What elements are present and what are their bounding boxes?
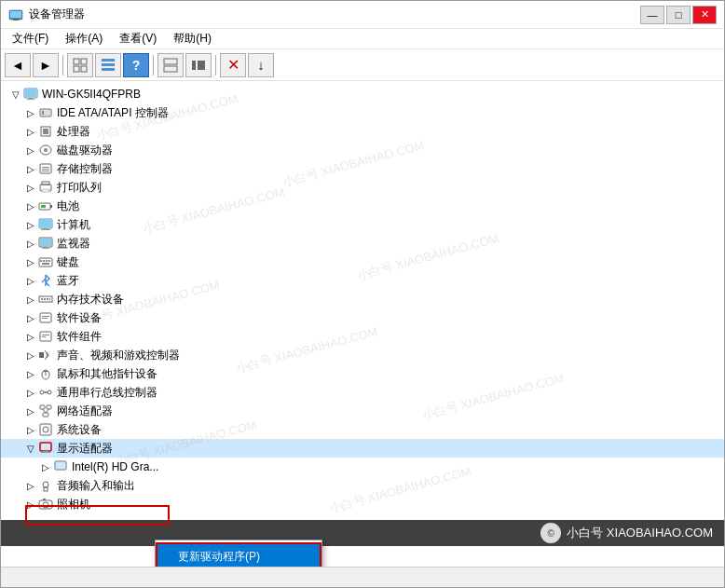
expand[interactable]: ▷ — [23, 348, 38, 362]
label: 音频输入和输出 — [57, 478, 135, 494]
expand[interactable]: ▷ — [23, 273, 38, 288]
svg-rect-49 — [48, 260, 50, 262]
svg-point-82 — [43, 482, 48, 487]
expand[interactable]: ▷ — [23, 366, 38, 381]
expand[interactable]: ▷ — [23, 198, 38, 213]
back-button[interactable]: ◄ — [5, 53, 31, 77]
toolbar: ◄ ► ? — [1, 49, 724, 81]
label: 处理器 — [57, 124, 90, 140]
label: IDE ATA/ATAPI 控制器 — [57, 105, 169, 121]
svg-rect-33 — [42, 189, 49, 192]
svg-rect-79 — [41, 452, 50, 453]
svg-rect-83 — [44, 487, 48, 491]
expand[interactable]: ▷ — [23, 236, 38, 251]
expand[interactable]: ▷ — [23, 292, 38, 307]
svg-rect-65 — [46, 371, 47, 376]
node-cpu[interactable]: ▷ 处理器 — [1, 122, 724, 141]
expand[interactable]: ▷ — [23, 143, 38, 157]
expand[interactable]: ▷ — [23, 422, 38, 437]
svg-rect-45 — [39, 258, 52, 267]
window-controls: — □ ✕ — [640, 6, 717, 24]
svg-rect-44 — [42, 248, 49, 249]
device-icon — [38, 180, 53, 195]
root-expand[interactable]: ▽ — [8, 87, 23, 102]
view-btn-1[interactable] — [157, 53, 184, 77]
svg-rect-1 — [10, 11, 21, 18]
node-intel-gpu[interactable]: ▷ Intel(R) HD Gra... — [1, 458, 724, 476]
expand[interactable]: ▷ — [23, 385, 38, 400]
node-monitor[interactable]: ▷ 监视器 — [1, 234, 724, 253]
svg-point-26 — [44, 148, 48, 152]
menu-action[interactable]: 操作(A) — [58, 29, 110, 48]
node-mouse[interactable]: ▷ 鼠标和其他指针设备 — [1, 364, 724, 383]
node-keyboard[interactable]: ▷ 键盘 — [1, 253, 724, 271]
node-network[interactable]: ▷ 网络适配器 — [1, 402, 724, 420]
expand[interactable]: ▽ — [23, 441, 38, 456]
remove-button[interactable]: ✕ — [220, 53, 246, 77]
help-button[interactable]: ? — [123, 53, 149, 77]
node-camera[interactable]: ▷ 照相机 — [1, 495, 724, 513]
node-ide[interactable]: ▷ IDE ATA/ATAPI 控制器 — [1, 103, 724, 122]
device-icon — [53, 459, 68, 474]
node-disk[interactable]: ▷ 磁盘驱动器 — [1, 141, 724, 159]
expand[interactable]: ▷ — [23, 217, 38, 232]
menu-file[interactable]: 文件(F) — [5, 29, 56, 48]
minimize-button[interactable]: — — [640, 6, 664, 24]
node-storage[interactable]: ▷ 存储控制器 — [1, 159, 724, 178]
node-bluetooth[interactable]: ▷ 蓝牙 — [1, 271, 724, 290]
node-battery[interactable]: ▷ 电池 — [1, 197, 724, 215]
menu-view[interactable]: 查看(V) — [112, 29, 164, 48]
node-memory[interactable]: ▷ 内存技术设备 — [1, 290, 724, 308]
node-system[interactable]: ▷ 系统设备 — [1, 420, 724, 439]
tree-root[interactable]: ▽ WIN-GK5II4QFPRB — [1, 85, 724, 103]
svg-rect-62 — [39, 352, 44, 358]
svg-rect-19 — [29, 98, 33, 99]
svg-rect-48 — [46, 260, 48, 262]
svg-rect-17 — [25, 89, 36, 97]
expand[interactable]: ▷ — [23, 497, 38, 512]
svg-rect-86 — [43, 499, 46, 500]
expand[interactable]: ▷ — [23, 124, 38, 139]
device-icon — [38, 105, 53, 120]
menu-help[interactable]: 帮助(H) — [166, 29, 219, 48]
node-sound[interactable]: ▷ 声音、视频和游戏控制器 — [1, 346, 724, 364]
node-audio[interactable]: ▷ 音频输入和输出 — [1, 476, 724, 495]
expand[interactable]: ▷ — [23, 105, 38, 120]
expand[interactable]: ▷ — [23, 180, 38, 195]
expand[interactable]: ▷ — [23, 403, 38, 418]
forward-button[interactable]: ► — [33, 53, 59, 77]
node-print[interactable]: ▷ 打印队列 — [1, 178, 724, 197]
svg-rect-55 — [49, 298, 50, 300]
device-tree[interactable]: 小白号 XIAOBAIHAO.COM 小白号 XIAOBAIHAO.COM 小白… — [1, 81, 724, 567]
node-com[interactable]: ▷ 通用串行总线控制器 — [1, 383, 724, 402]
expand[interactable]: ▷ — [23, 310, 38, 325]
expand[interactable]: ▷ — [23, 161, 38, 176]
label: 系统设备 — [57, 422, 102, 438]
ctx-update-driver[interactable]: 更新驱动程序(P) — [156, 542, 321, 567]
label: 打印队列 — [57, 180, 102, 196]
show-all-button[interactable] — [67, 53, 93, 77]
device-manager-window: 设备管理器 — □ ✕ 文件(F) 操作(A) 查看(V) 帮助(H) ◄ ► — [0, 0, 725, 588]
device-icon — [38, 124, 53, 139]
expand[interactable]: ▷ — [23, 478, 38, 493]
collapse-button[interactable] — [95, 53, 121, 77]
maximize-button[interactable]: □ — [666, 6, 691, 24]
node-computer[interactable]: ▷ 计算机 — [1, 215, 724, 234]
update-button[interactable]: ↓ — [248, 53, 274, 77]
node-softcomp[interactable]: ▷ 软件组件 — [1, 327, 724, 346]
expand[interactable]: ▷ — [38, 459, 53, 474]
menu-bar: 文件(F) 操作(A) 查看(V) 帮助(H) — [1, 29, 724, 49]
node-software[interactable]: ▷ 软件设备 — [1, 308, 724, 327]
close-button[interactable]: ✕ — [692, 6, 717, 24]
svg-rect-71 — [43, 413, 48, 417]
svg-point-66 — [40, 390, 44, 394]
label: 声音、视频和游戏控制器 — [57, 348, 180, 363]
view-btn-2[interactable] — [185, 53, 212, 77]
expand[interactable]: ▷ — [23, 329, 38, 344]
device-icon — [38, 236, 53, 251]
device-icon — [38, 273, 53, 288]
label: 蓝牙 — [57, 273, 79, 289]
svg-rect-36 — [41, 205, 46, 208]
node-display[interactable]: ▽ 显示适配器 — [1, 439, 724, 458]
expand[interactable]: ▷ — [23, 254, 38, 269]
